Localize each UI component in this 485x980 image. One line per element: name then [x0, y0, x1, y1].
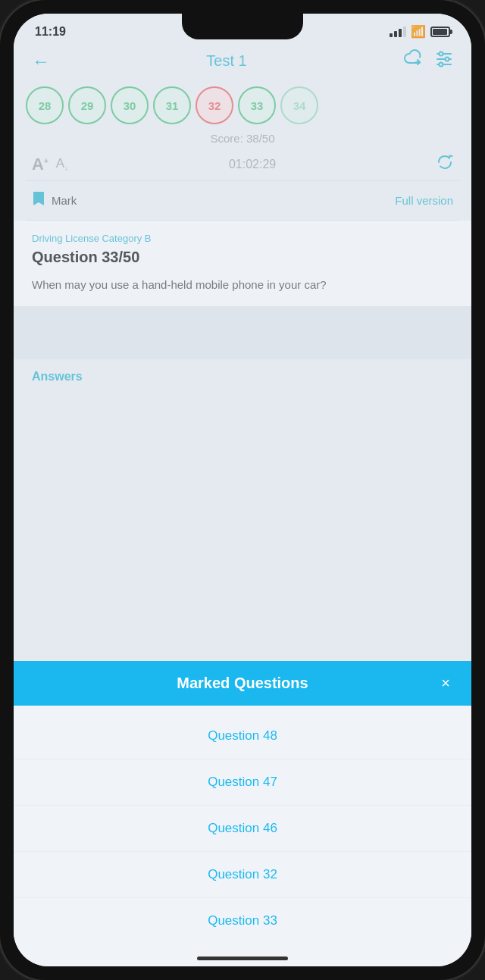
- marked-questions-modal: Marked Questions × Question 48 Question …: [14, 661, 471, 966]
- modal-close-button[interactable]: ×: [427, 675, 450, 692]
- modal-item-q48[interactable]: Question 48: [14, 713, 471, 759]
- home-indicator: [197, 957, 288, 960]
- modal-items-list: Question 48 Question 47 Question 46 Ques…: [14, 706, 471, 966]
- phone-screen: 11:19 📶 ← Test 1: [14, 14, 471, 966]
- modal-item-q47[interactable]: Question 47: [14, 759, 471, 806]
- modal-item-q33[interactable]: Question 33: [14, 898, 471, 944]
- modal-overlay: Marked Questions × Question 48 Question …: [14, 14, 471, 966]
- phone-frame: 11:19 📶 ← Test 1: [0, 0, 485, 980]
- notch: [182, 14, 303, 39]
- modal-header: Marked Questions ×: [14, 661, 471, 706]
- modal-item-q46[interactable]: Question 46: [14, 806, 471, 852]
- modal-title: Marked Questions: [58, 675, 427, 692]
- modal-item-q32[interactable]: Question 32: [14, 852, 471, 898]
